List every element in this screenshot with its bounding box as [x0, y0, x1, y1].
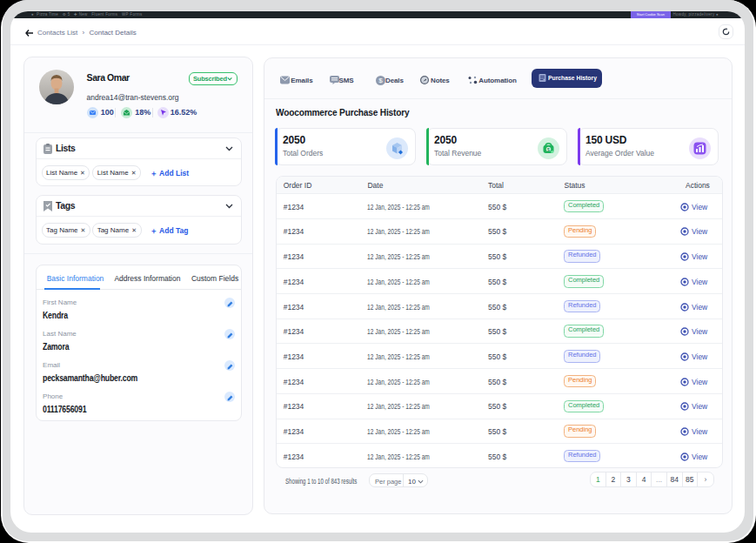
svg-text:$: $	[378, 77, 383, 84]
